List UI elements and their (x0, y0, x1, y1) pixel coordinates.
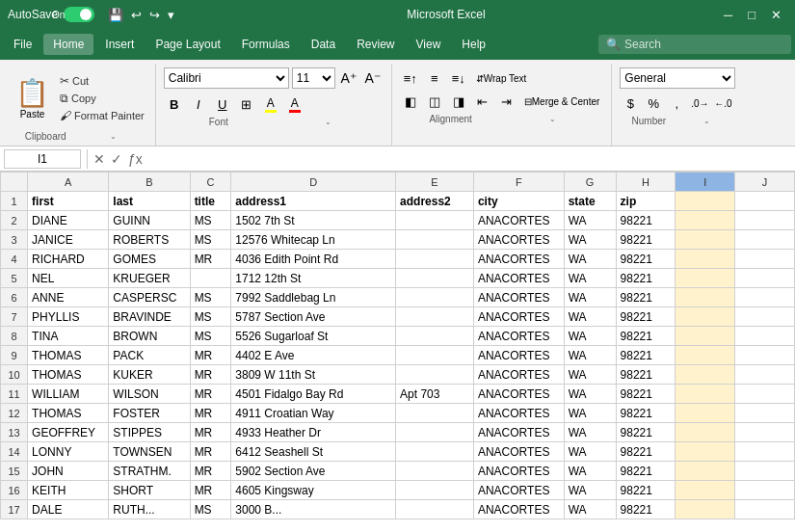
cell[interactable]: ANACORTES (473, 462, 564, 481)
cell[interactable]: ANACORTES (473, 423, 564, 442)
cell[interactable]: 98221 (616, 250, 676, 269)
row-number-12[interactable]: 12 (1, 404, 28, 423)
cell[interactable]: ANNE (28, 288, 109, 307)
number-format-select[interactable]: General (620, 67, 735, 89)
cell[interactable]: SHORT (109, 481, 190, 500)
cell[interactable]: MS (190, 230, 231, 250)
cell[interactable]: THOMAS (28, 346, 109, 365)
cell[interactable]: MR (190, 442, 231, 462)
cell[interactable] (676, 307, 735, 327)
save-icon[interactable]: 💾 (108, 8, 123, 22)
cell[interactable]: 98221 (616, 211, 676, 230)
row-number-13[interactable]: 13 (1, 423, 28, 442)
col-header-b[interactable]: B (109, 173, 190, 192)
col-header-c[interactable]: C (190, 173, 231, 192)
row-number-6[interactable]: 6 (1, 288, 28, 307)
border-button[interactable]: ⊞ (236, 93, 257, 115)
cell[interactable] (735, 462, 795, 481)
cell[interactable]: WA (564, 404, 616, 423)
cell[interactable]: MR (190, 385, 231, 404)
increase-font-button[interactable]: A⁺ (338, 67, 359, 89)
cell[interactable]: address2 (396, 192, 474, 211)
cell[interactable] (735, 250, 795, 269)
cell[interactable]: ANACORTES (473, 288, 564, 307)
maximize-button[interactable]: □ (742, 8, 761, 22)
cell[interactable] (735, 442, 795, 462)
row-number-16[interactable]: 16 (1, 481, 28, 500)
cell[interactable]: 6412 Seashell St (231, 442, 396, 462)
cell[interactable]: MR (190, 250, 231, 269)
cell[interactable]: 4605 Kingsway (231, 481, 396, 500)
cell[interactable]: ANACORTES (473, 481, 564, 500)
customize-icon[interactable]: ▾ (168, 8, 174, 22)
cell[interactable]: city (473, 192, 564, 211)
cell[interactable]: 98221 (616, 423, 676, 442)
cell[interactable] (676, 404, 735, 423)
row-number-2[interactable]: 2 (1, 211, 28, 230)
insert-function-icon[interactable]: ƒx (128, 151, 143, 167)
cell[interactable]: GOMES (109, 250, 190, 269)
cell[interactable]: 98221 (616, 346, 676, 365)
cell[interactable]: GEOFFREY (28, 423, 109, 442)
cell[interactable]: 98221 (616, 481, 676, 500)
align-top-center-button[interactable]: ≡ (424, 67, 445, 89)
align-top-right-button[interactable]: ≡↓ (448, 67, 469, 89)
cell[interactable]: WILLIAM (28, 385, 109, 404)
cell[interactable]: 98221 (616, 327, 676, 346)
currency-button[interactable]: $ (620, 93, 641, 114)
cell[interactable] (190, 269, 231, 288)
cell[interactable]: DIANE (28, 211, 109, 230)
cell[interactable]: ANACORTES (473, 365, 564, 385)
cell[interactable]: MR (190, 365, 231, 385)
cell[interactable]: ANACORTES (473, 500, 564, 519)
cell[interactable]: first (28, 192, 109, 211)
cell[interactable] (735, 385, 795, 404)
undo-icon[interactable]: ↩ (131, 8, 142, 22)
cell[interactable] (676, 365, 735, 385)
cell[interactable] (735, 346, 795, 365)
align-left-button[interactable]: ◧ (400, 91, 421, 112)
col-header-e[interactable]: E (396, 173, 474, 192)
cell[interactable] (676, 500, 735, 519)
cell[interactable]: 1502 7th St (231, 211, 396, 230)
cancel-formula-icon[interactable]: ✕ (93, 151, 105, 167)
cell[interactable] (396, 442, 474, 462)
cell[interactable]: 98221 (616, 462, 676, 481)
font-size-select[interactable]: 11 (292, 67, 335, 89)
cell[interactable]: WA (564, 481, 616, 500)
col-header-h[interactable]: H (616, 173, 676, 192)
cell[interactable]: 4911 Croatian Way (231, 404, 396, 423)
cell[interactable]: 4933 Heather Dr (231, 423, 396, 442)
cell[interactable]: MS (190, 288, 231, 307)
cell[interactable] (676, 211, 735, 230)
copy-button[interactable]: ⧉ Copy (57, 91, 147, 106)
cell[interactable]: 98221 (616, 365, 676, 385)
font-family-select[interactable]: Calibri (164, 67, 289, 89)
cell[interactable]: TOWNSEN (109, 442, 190, 462)
cell[interactable]: LONNY (28, 442, 109, 462)
cell[interactable]: WA (564, 288, 616, 307)
cut-button[interactable]: ✂ Cut (57, 73, 147, 89)
cell[interactable] (735, 230, 795, 250)
cell[interactable]: 4036 Edith Point Rd (231, 250, 396, 269)
cell[interactable]: WA (564, 462, 616, 481)
decrease-font-button[interactable]: A⁻ (362, 67, 384, 89)
cell[interactable] (396, 365, 474, 385)
cell[interactable]: ANACORTES (473, 385, 564, 404)
cell[interactable]: MS (190, 500, 231, 519)
cell[interactable]: MR (190, 404, 231, 423)
increase-indent-button[interactable]: ⇥ (496, 91, 517, 112)
cell[interactable] (676, 250, 735, 269)
cell[interactable]: FOSTER (109, 404, 190, 423)
cell[interactable]: ANACORTES (473, 327, 564, 346)
cell[interactable] (396, 346, 474, 365)
font-color-button[interactable]: A (284, 93, 305, 115)
cell[interactable]: 4402 E Ave (231, 346, 396, 365)
cell[interactable]: WILSON (109, 385, 190, 404)
cell[interactable]: MR (190, 481, 231, 500)
cell[interactable]: WA (564, 211, 616, 230)
cell[interactable]: NEL (28, 269, 109, 288)
cell[interactable] (396, 500, 474, 519)
cell[interactable] (735, 192, 795, 211)
underline-button[interactable]: U (212, 93, 233, 115)
